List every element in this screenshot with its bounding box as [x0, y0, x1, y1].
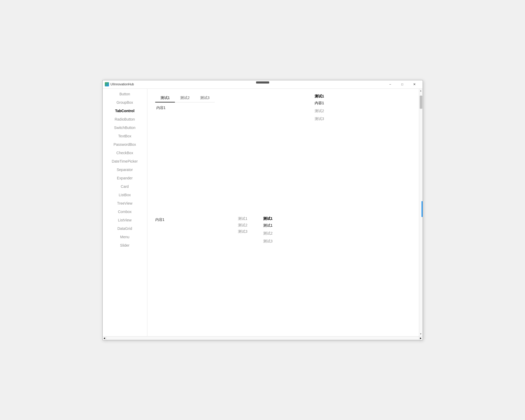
scroll-up-button[interactable]: ▲: [419, 89, 423, 93]
tab-control-top-section: 测试1 测试2 测试3 内容1: [155, 94, 411, 122]
bottom-tab-item-t3[interactable]: 测试3: [238, 229, 247, 234]
sidebar-item-datetimepicker[interactable]: DateTimePicker: [103, 157, 147, 165]
expander-content: 内容1: [155, 216, 165, 223]
maximize-button[interactable]: □: [396, 80, 408, 89]
tab-content-left: 内容1: [155, 102, 215, 113]
scrollbar-bottom[interactable]: ◀ ▶: [103, 336, 423, 340]
bottom-middle-tabs: 测试1 测试2 测试3: [238, 216, 247, 234]
tab-right-header: 测试1: [315, 94, 367, 99]
scroll-thumb[interactable]: [420, 96, 422, 109]
bottom-right-tab-r2[interactable]: 测试2: [263, 231, 316, 236]
content-spacer: [155, 132, 411, 216]
blue-accent-bar: [422, 201, 423, 217]
title-bar-left: UIInnovationHub: [105, 82, 134, 86]
window-body: Button GroupBox TabControl RadioButton S…: [103, 89, 423, 336]
tab-header-left: 测试1 测试2 测试3: [155, 94, 215, 102]
sidebar-item-groupbox[interactable]: GroupBox: [103, 98, 147, 107]
sidebar-item-datagrid[interactable]: DataGrid: [103, 224, 147, 233]
bottom-right-tab-r1[interactable]: 测试1: [263, 223, 316, 229]
sidebar-item-slider[interactable]: Slider: [103, 241, 147, 250]
main-window: UIInnovationHub − □ ✕ Button GroupBox Ta…: [102, 80, 423, 340]
bottom-tab-items: 测试2 测试3: [238, 223, 247, 234]
right-tab-list-bottom: 测试1 测试2 测试3: [263, 223, 316, 244]
scroll-down-button[interactable]: ▼: [419, 332, 423, 336]
sidebar-item-radiobutton[interactable]: RadioButton: [103, 115, 147, 123]
sidebar-item-treeview[interactable]: TreeView: [103, 199, 147, 208]
scroll-right-button[interactable]: ▶: [419, 336, 423, 340]
content-area: 测试1 测试2 测试3 内容1: [147, 89, 419, 336]
sidebar-item-expander[interactable]: Expander: [103, 174, 147, 182]
right-tab-list-top: 内容1 测试2 测试3: [315, 100, 367, 122]
sidebar-item-separator[interactable]: Separator: [103, 165, 147, 174]
scroll-left-button[interactable]: ◀: [103, 336, 106, 340]
tab-demo-right-bottom: 测试1 测试1 测试2 测试3: [263, 216, 316, 244]
sidebar-item-listbox[interactable]: ListBox: [103, 191, 147, 199]
right-tab-content2[interactable]: 测试2: [315, 108, 367, 114]
sidebar-item-tabcontrol[interactable]: TabControl: [103, 107, 147, 115]
sidebar-item-card[interactable]: Card: [103, 182, 147, 191]
sidebar-item-listview[interactable]: ListView: [103, 216, 147, 224]
sidebar-item-checkbox[interactable]: CheckBox: [103, 149, 147, 157]
tab-item-test3[interactable]: 测试3: [195, 94, 215, 102]
sidebar-item-button[interactable]: Button: [103, 90, 147, 98]
right-tab-content1[interactable]: 内容1: [315, 100, 367, 106]
tab-right-item-test1[interactable]: 测试1: [315, 94, 324, 99]
sidebar-item-passwordbox[interactable]: PasswordBox: [103, 140, 147, 149]
sidebar: Button GroupBox TabControl RadioButton S…: [103, 89, 147, 336]
bottom-right-tab-r3[interactable]: 测试3: [263, 238, 316, 244]
bottom-tab-item-t2[interactable]: 测试2: [238, 223, 247, 228]
title-bar-controls: − □ ✕: [384, 80, 420, 89]
bottom-spacer: [155, 244, 411, 297]
title-bar: UIInnovationHub − □ ✕: [103, 80, 423, 89]
expander-card-section: 内容1 测试1 测试2 测试3: [155, 216, 411, 244]
sidebar-item-textbox[interactable]: TextBox: [103, 132, 147, 140]
bottom-tab-header: 测试1: [238, 216, 247, 221]
app-icon: [105, 82, 109, 86]
tab-item-test1[interactable]: 测试1: [155, 94, 175, 102]
bottom-right-tab-header: 测试1: [263, 216, 316, 221]
right-tab-content3[interactable]: 测试3: [315, 116, 367, 122]
window-title: UIInnovationHub: [111, 82, 134, 86]
top-drag-handle[interactable]: [256, 81, 269, 84]
minimize-button[interactable]: −: [384, 80, 396, 89]
close-button[interactable]: ✕: [408, 80, 420, 89]
sidebar-item-menu[interactable]: Menu: [103, 233, 147, 241]
tab-demo-right-top: 测试1 内容1 测试2 测试3: [315, 94, 367, 122]
sidebar-item-combox[interactable]: Combox: [103, 208, 147, 216]
bottom-right-tab-item[interactable]: 测试1: [263, 216, 273, 221]
expander-demo: 内容1: [155, 216, 165, 223]
bottom-tab-test1[interactable]: 测试1: [238, 216, 247, 221]
tab-item-test2[interactable]: 测试2: [175, 94, 195, 102]
tab-demo-left: 测试1 测试2 测试3 内容1: [155, 94, 215, 122]
sidebar-item-switchbutton[interactable]: SwitchButton: [103, 123, 147, 132]
